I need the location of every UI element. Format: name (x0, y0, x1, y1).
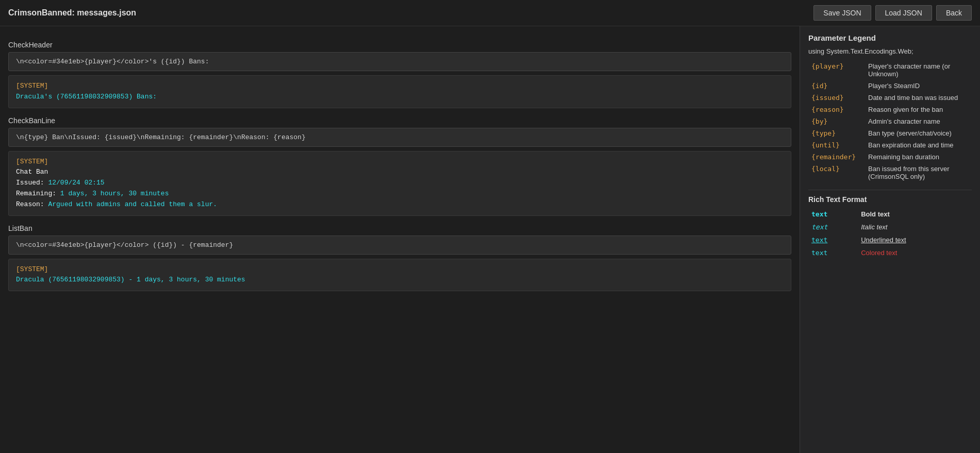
rich-row-2: text Underlined text (808, 233, 972, 246)
param-key-0: {player} (808, 60, 865, 80)
sidebar-using: using System.Text.Encodings.Web; (808, 47, 972, 55)
param-desc-1: Player's SteamID (865, 80, 972, 92)
preview-check-header: [SYSTEM] Dracula's (76561198032909853) B… (8, 75, 791, 108)
page-title: CrimsonBanned: messages.json (8, 8, 136, 18)
param-desc-0: Player's character name (or Unknown) (865, 60, 972, 80)
param-row-8: {local} Ban issued from this server (Cri… (808, 163, 972, 182)
code-box-list-ban[interactable]: \n<color=#34e1eb>{player}</color> ({id})… (8, 236, 791, 255)
preview-ban-type: Chat Ban (16, 167, 784, 178)
param-key-3: {reason} (808, 104, 865, 115)
load-json-button[interactable]: Load JSON (875, 5, 932, 21)
param-desc-3: Reason given for the ban (865, 104, 972, 115)
section-label-check-header: CheckHeader (8, 41, 791, 49)
rich-label-1: Italic text (861, 223, 887, 231)
param-row-5: {type} Ban type (server/chat/voice) (808, 127, 972, 139)
param-desc-2: Date and time ban was issued (865, 92, 972, 104)
section-label-check-ban-line: CheckBanLine (8, 116, 791, 125)
rich-value-3: Colored text (858, 246, 972, 259)
preview-line-check-header-0: Dracula's (76561198032909853) Bans: (16, 92, 784, 103)
rich-row-0: text Bold text (808, 208, 972, 221)
rich-key-3: text (808, 246, 858, 259)
param-row-3: {reason} Reason given for the ban (808, 104, 972, 115)
param-row-6: {until} Ban expiration date and time (808, 139, 972, 151)
main-content: CheckHeader \n<color=#34e1eb>{player}</c… (0, 26, 980, 453)
save-json-button[interactable]: Save JSON (813, 5, 871, 21)
rich-label-0: Bold text (861, 210, 890, 218)
param-row-4: {by} Admin's character name (808, 115, 972, 127)
editor-area: CheckHeader \n<color=#34e1eb>{player}</c… (0, 26, 800, 453)
rich-key-2: text (808, 233, 858, 246)
param-row-0: {player} Player's character name (or Unk… (808, 60, 972, 80)
param-key-8: {local} (808, 163, 865, 182)
param-key-6: {until} (808, 139, 865, 151)
param-desc-4: Admin's character name (865, 115, 972, 127)
code-box-check-header[interactable]: \n<color=#34e1eb>{player}</color>'s ({id… (8, 52, 791, 71)
param-key-1: {id} (808, 80, 865, 92)
sidebar-title: Parameter Legend (808, 33, 972, 42)
param-desc-5: Ban type (server/chat/voice) (865, 127, 972, 139)
param-key-7: {remainder} (808, 151, 865, 163)
preview-list-ban: [SYSTEM] Dracula (76561198032909853) - 1… (8, 259, 791, 292)
code-box-check-ban-line[interactable]: \n{type} Ban\nIssued: {issued}\nRemainin… (8, 128, 791, 147)
preview-line-list-ban-0: Dracula (76561198032909853) - 1 days, 3 … (16, 275, 784, 286)
rich-label-3: Colored text (861, 249, 897, 257)
param-key-4: {by} (808, 115, 865, 127)
top-bar: CrimsonBanned: messages.json Save JSON L… (0, 0, 980, 26)
rich-key-1: text (808, 221, 858, 233)
param-key-5: {type} (808, 127, 865, 139)
param-desc-8: Ban issued from this server (CrimsonSQL … (865, 163, 972, 182)
rich-value-0: Bold text (858, 208, 972, 221)
param-desc-6: Ban expiration date and time (865, 139, 972, 151)
rich-row-1: text Italic text (808, 221, 972, 233)
param-row-2: {issued} Date and time ban was issued (808, 92, 972, 104)
param-desc-7: Remaining ban duration (865, 151, 972, 163)
back-button[interactable]: Back (936, 5, 972, 21)
preview-check-ban-line: [SYSTEM] Chat Ban Issued: 12/09/24 02:15… (8, 151, 791, 216)
rich-text-section-title: Rich Text Format (808, 190, 972, 204)
rich-text-table: text Bold text text Italic text text Und… (808, 208, 972, 259)
rich-row-3: text Colored text (808, 246, 972, 259)
toolbar-buttons: Save JSON Load JSON Back (813, 5, 972, 21)
rich-value-2: Underlined text (858, 233, 972, 246)
rich-label-2: Underlined text (861, 236, 906, 244)
param-row-1: {id} Player's SteamID (808, 80, 972, 92)
section-label-list-ban: ListBan (8, 224, 791, 232)
preview-ban-reason: Reason: Argued with admins and called th… (16, 199, 784, 210)
rich-key-0: text (808, 208, 858, 221)
rich-value-1: Italic text (858, 221, 972, 233)
sidebar: Parameter Legend using System.Text.Encod… (800, 26, 980, 453)
preview-ban-remaining: Remaining: 1 days, 3 hours, 30 minutes (16, 189, 784, 199)
system-tag-2: [SYSTEM] (16, 264, 784, 275)
param-row-7: {remainder} Remaining ban duration (808, 151, 972, 163)
system-tag-0: [SYSTEM] (16, 81, 784, 92)
system-tag-1: [SYSTEM] (16, 157, 784, 167)
preview-ban-issued: Issued: 12/09/24 02:15 (16, 178, 784, 189)
param-key-2: {issued} (808, 92, 865, 104)
param-table: {player} Player's character name (or Unk… (808, 60, 972, 182)
